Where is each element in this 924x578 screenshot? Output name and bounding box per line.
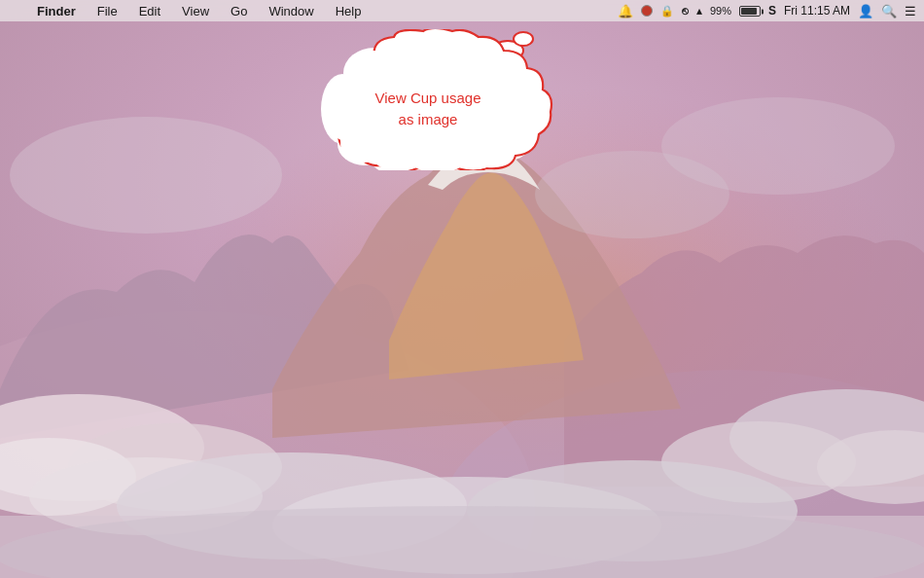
desktop: Finder File Edit View Go Window Help 🔔 🔒… (0, 0, 924, 578)
battery-icon (739, 4, 761, 18)
svg-text:View Cup usage: View Cup usage (375, 90, 481, 106)
app-name[interactable]: Finder (33, 4, 80, 18)
menu-window[interactable]: Window (265, 4, 317, 18)
user-icon[interactable]: 👤 (858, 4, 873, 18)
menu-edit[interactable]: Edit (135, 4, 164, 18)
menu-help[interactable]: Help (332, 4, 366, 18)
thought-bubble-svg: View Cup usage as image (321, 29, 554, 170)
svg-point-46 (501, 79, 536, 139)
notification-icon[interactable]: 🔔 (618, 4, 633, 18)
thought-bubble-container: View Cup usage as image (321, 29, 515, 136)
thought-bubble: View Cup usage as image (321, 29, 515, 136)
menu-view[interactable]: View (178, 4, 213, 18)
lock-icon[interactable]: 🔒 (660, 5, 674, 18)
search-icon[interactable]: 🔍 (881, 4, 897, 18)
list-icon[interactable]: ☰ (905, 4, 916, 18)
menubar-right: 🔔 🔒 ⎋ ▴ 99% S Fri 11:15 AM 👤 🔍 ☰ (618, 4, 916, 18)
svg-point-18 (535, 151, 729, 238)
menu-go[interactable]: Go (227, 4, 251, 18)
menu-file[interactable]: File (93, 4, 122, 18)
menubar-left: Finder File Edit View Go Window Help (8, 4, 618, 18)
bartender-icon[interactable]: S (768, 4, 776, 18)
battery-percent: 99% (710, 5, 731, 17)
menubar: Finder File Edit View Go Window Help 🔔 🔒… (0, 0, 924, 21)
wifi-icon[interactable]: ▴ (696, 4, 702, 18)
svg-text:as image: as image (399, 111, 458, 127)
svg-point-20 (514, 32, 533, 46)
bluetooth-icon[interactable]: ⎋ (682, 5, 689, 17)
svg-point-16 (10, 117, 282, 234)
svg-point-45 (325, 78, 362, 140)
clock[interactable]: Fri 11:15 AM (784, 4, 850, 18)
record-icon[interactable] (641, 5, 653, 17)
